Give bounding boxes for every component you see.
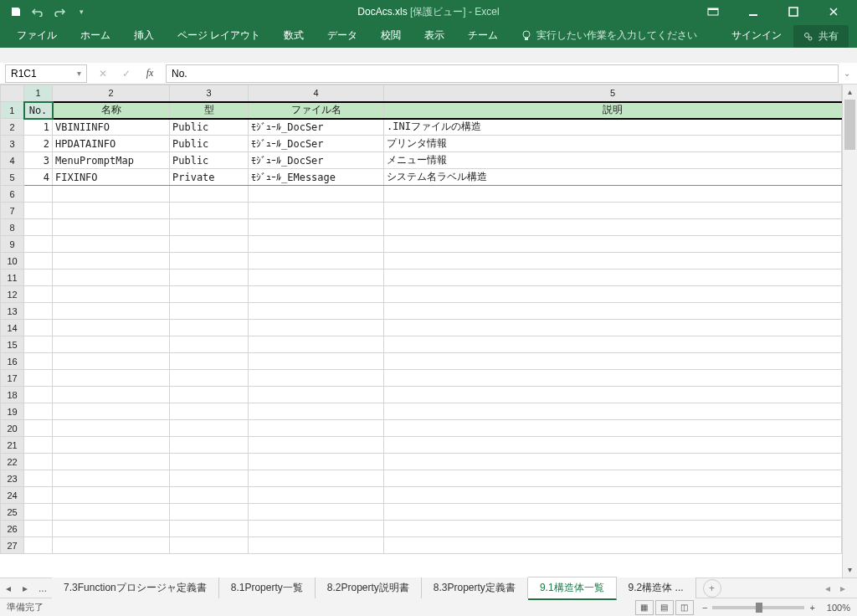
share-button[interactable]: 共有	[793, 25, 849, 48]
cell[interactable]: FIXINFO	[53, 169, 170, 186]
cell[interactable]	[249, 537, 384, 554]
row-header[interactable]: 6	[1, 186, 24, 203]
cell[interactable]	[53, 387, 170, 403]
cell[interactable]	[384, 186, 842, 203]
cell[interactable]	[53, 270, 170, 286]
cell[interactable]	[170, 487, 249, 504]
name-box[interactable]: R1C1 ▾	[5, 64, 87, 83]
cell[interactable]	[53, 470, 170, 487]
cell[interactable]	[24, 270, 53, 286]
row-header[interactable]: 22	[1, 454, 24, 470]
maximize-icon[interactable]	[777, 0, 810, 23]
cell[interactable]	[384, 420, 842, 437]
cell[interactable]: メニュー情報	[384, 152, 842, 169]
cell[interactable]	[24, 353, 53, 370]
row-header[interactable]: 5	[1, 169, 24, 186]
row-header[interactable]: 2	[1, 119, 24, 136]
add-sheet-icon[interactable]: +	[703, 579, 721, 598]
cell[interactable]	[384, 336, 842, 353]
tab-nav-more[interactable]: ...	[33, 583, 52, 594]
cell[interactable]	[53, 353, 170, 370]
cell[interactable]	[384, 370, 842, 387]
close-icon[interactable]	[817, 0, 850, 23]
cell[interactable]	[24, 454, 53, 470]
cell[interactable]: 説明	[384, 102, 842, 119]
minimize-icon[interactable]	[736, 0, 770, 23]
sheet-tab-active[interactable]: 9.1構造体一覧	[528, 577, 617, 600]
cell[interactable]	[384, 203, 842, 219]
ribbon-tab-review[interactable]: 校閲	[369, 23, 413, 48]
cell[interactable]	[170, 203, 249, 219]
cell[interactable]	[249, 437, 384, 454]
cell[interactable]	[384, 437, 842, 454]
cell[interactable]	[249, 521, 384, 537]
row-header[interactable]: 27	[1, 537, 24, 554]
cell[interactable]: 4	[24, 169, 53, 186]
row-header[interactable]: 11	[1, 270, 24, 286]
cell[interactable]: Public	[170, 119, 249, 136]
cell[interactable]	[170, 186, 249, 203]
col-header-5[interactable]: 5	[384, 85, 842, 102]
cell[interactable]	[249, 487, 384, 504]
cell[interactable]	[53, 420, 170, 437]
formula-input[interactable]: No.	[166, 64, 839, 83]
cell[interactable]	[384, 219, 842, 236]
cell[interactable]	[249, 253, 384, 270]
cell[interactable]	[24, 303, 53, 320]
cell[interactable]	[170, 420, 249, 437]
cell[interactable]	[170, 470, 249, 487]
cell[interactable]: ﾓｼﾞｭｰﾙ_DocSer	[249, 119, 384, 136]
scroll-thumb[interactable]	[844, 100, 855, 150]
tab-nav-prev-icon[interactable]: ◂	[0, 583, 17, 594]
cell[interactable]	[249, 236, 384, 253]
fx-icon[interactable]: fx	[141, 64, 159, 83]
grid[interactable]: 1 2 3 4 5 1 No. 名称 型 ファイル名 説明 2 1 VBINII…	[0, 85, 842, 578]
cell[interactable]	[24, 470, 53, 487]
sheet-tab[interactable]: 9.2構造体 ...	[617, 578, 696, 598]
cell[interactable]	[170, 270, 249, 286]
view-normal-icon[interactable]: ▦	[635, 600, 654, 615]
sheet-tab[interactable]: 8.3Property定義書	[422, 578, 528, 598]
row-header[interactable]: 4	[1, 152, 24, 169]
cell[interactable]	[249, 203, 384, 219]
cell[interactable]	[53, 303, 170, 320]
cell[interactable]	[24, 403, 53, 420]
cell-active[interactable]: No.	[24, 102, 53, 119]
chevron-down-icon[interactable]: ▾	[77, 69, 81, 78]
row-header[interactable]: 23	[1, 470, 24, 487]
zoom-value[interactable]: 100%	[827, 603, 850, 613]
cell[interactable]	[170, 219, 249, 236]
cell[interactable]	[170, 504, 249, 521]
cell[interactable]	[53, 336, 170, 353]
cell[interactable]	[53, 320, 170, 336]
row-header[interactable]: 24	[1, 487, 24, 504]
cell[interactable]	[249, 186, 384, 203]
cell[interactable]	[170, 253, 249, 270]
row-header[interactable]: 26	[1, 521, 24, 537]
ribbon-tab-team[interactable]: チーム	[456, 23, 510, 48]
cell[interactable]	[249, 336, 384, 353]
horizontal-scrollbar[interactable]: ◂ ▸	[728, 583, 857, 594]
scroll-up-icon[interactable]: ▴	[843, 85, 857, 100]
cell[interactable]	[53, 403, 170, 420]
cell[interactable]	[53, 437, 170, 454]
cell[interactable]: 名称	[53, 102, 170, 119]
cell[interactable]	[384, 403, 842, 420]
cell[interactable]: 型	[170, 102, 249, 119]
cell[interactable]	[384, 286, 842, 303]
cell[interactable]	[53, 370, 170, 387]
cell[interactable]	[384, 454, 842, 470]
row-header[interactable]: 18	[1, 387, 24, 403]
scroll-down-icon[interactable]: ▾	[843, 562, 857, 578]
row-header[interactable]: 8	[1, 219, 24, 236]
cell[interactable]	[170, 353, 249, 370]
ribbon-display-icon[interactable]	[696, 0, 730, 23]
cell[interactable]	[384, 470, 842, 487]
row-header[interactable]: 3	[1, 136, 24, 152]
cell[interactable]	[249, 470, 384, 487]
cell[interactable]	[249, 320, 384, 336]
zoom-in-button[interactable]: +	[809, 603, 814, 613]
cell[interactable]	[53, 186, 170, 203]
cell[interactable]	[249, 504, 384, 521]
cell[interactable]: MenuPromptMap	[53, 152, 170, 169]
